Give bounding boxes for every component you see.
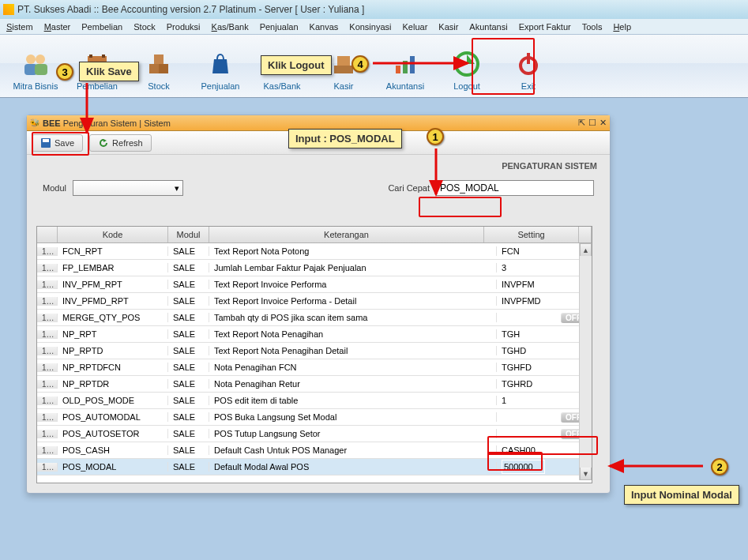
cell-setting[interactable]: 3 xyxy=(497,263,592,272)
table-row[interactable]: 121NP_RPTDRSALENota Penagihan ReturTGHRD xyxy=(37,376,592,393)
cell-modul: SALE xyxy=(168,263,209,272)
cell-modul: SALE xyxy=(168,329,209,339)
modul-select[interactable]: ▾ xyxy=(73,180,183,196)
table-row[interactable]: 115INV_PFM_RPTSALEText Report Invoice Pe… xyxy=(37,276,592,293)
svg-rect-3 xyxy=(35,64,47,75)
cell-setting[interactable]: INVPFM xyxy=(497,280,592,289)
table-row[interactable]: 113FCN_RPTSALEText Report Nota PotongFCN xyxy=(37,243,592,260)
tool-label: Mitra Bisnis xyxy=(13,81,58,91)
col-kode[interactable]: Kode xyxy=(58,227,168,242)
cell-modul: SALE xyxy=(168,429,209,438)
cell-keterangan: Jumlah Lembar Faktur Pajak Penjualan xyxy=(209,263,497,272)
menu-konsinyasi[interactable]: Konsinyasi xyxy=(349,22,391,32)
table-row[interactable]: 117MERGE_QTY_POSSALETambah qty di POS ji… xyxy=(37,310,592,326)
menu-penjualan[interactable]: Penjualan xyxy=(260,22,299,32)
tool-akuntansi[interactable]: Akuntansi xyxy=(374,36,436,96)
table-row[interactable]: 123POS_AUTOMODALSALEPOS Buka Langsung Se… xyxy=(37,409,592,426)
cell-setting[interactable]: FCN xyxy=(497,246,592,256)
row-number: 116 xyxy=(37,297,58,306)
tool-label: Kas/Bank xyxy=(263,81,300,91)
cell-setting[interactable]: OFF xyxy=(497,313,592,323)
table-row[interactable]: 119NP_RPTDSALEText Report Nota Penagihan… xyxy=(37,343,592,359)
cell-modul: SALE xyxy=(168,412,209,422)
setting-value: INVPFM xyxy=(502,280,535,289)
cell-setting[interactable]: TGHRD xyxy=(497,379,592,389)
col-modul[interactable]: Modul xyxy=(168,227,209,242)
table-row[interactable]: 118NP_RPTSALEText Report Nota PenagihanT… xyxy=(37,326,592,343)
menu-akuntansi[interactable]: Akuntansi xyxy=(469,22,507,32)
tool-label: Pembelian xyxy=(77,81,118,91)
cell-setting[interactable]: 1 xyxy=(497,396,592,405)
col-keterangan[interactable]: Keterangan xyxy=(209,227,484,242)
svg-rect-15 xyxy=(403,61,408,73)
cell-modul: SALE xyxy=(168,396,209,405)
tool-label: Stock xyxy=(148,81,170,91)
cell-setting[interactable]: TGHFD xyxy=(497,363,592,372)
cell-kode: POS_CASH xyxy=(58,445,168,455)
cell-kode: NP_RPT xyxy=(58,329,168,339)
cell-keterangan: POS Tutup Langsung Setor xyxy=(209,429,497,438)
cell-setting[interactable]: INVPFMD xyxy=(497,296,592,306)
col-setting[interactable]: Setting xyxy=(484,227,579,242)
bee-small-icon: 🐝 xyxy=(30,118,39,127)
table-row[interactable]: 122OLD_POS_MODESALEPOS edit item di tabl… xyxy=(37,393,592,409)
cell-keterangan: Text Report Nota Penagihan Detail xyxy=(209,346,497,355)
window-detach-icon[interactable]: ⇱ xyxy=(578,118,585,128)
cell-kode: POS_AUTOMODAL xyxy=(58,412,168,422)
chevron-down-icon: ▾ xyxy=(175,183,179,194)
col-index xyxy=(37,227,58,242)
anno-logout-box xyxy=(472,38,535,95)
menu-kasir[interactable]: Kasir xyxy=(438,22,458,32)
menu-stock[interactable]: Stock xyxy=(133,22,156,32)
menu-sistem[interactable]: Sistem xyxy=(6,22,33,32)
cell-setting[interactable]: TGH xyxy=(497,329,592,339)
window-maximize-icon[interactable]: ☐ xyxy=(588,118,596,128)
cell-setting[interactable]: TGHD xyxy=(497,346,592,355)
setting-value: TGHD xyxy=(502,346,526,355)
cell-modul: SALE xyxy=(168,445,209,455)
svg-point-2 xyxy=(36,54,45,64)
table-row[interactable]: 114FP_LEMBARSALEJumlah Lembar Faktur Paj… xyxy=(37,260,592,276)
cell-kode: MERGE_QTY_POS xyxy=(58,313,168,322)
menu-kasbank[interactable]: Kas/Bank xyxy=(212,22,249,32)
setting-value: FCN xyxy=(502,246,520,256)
cell-modul: SALE xyxy=(168,313,209,322)
row-number: 118 xyxy=(37,330,58,339)
refresh-button[interactable]: Refresh xyxy=(89,134,152,152)
menu-help[interactable]: Help xyxy=(613,22,631,32)
cell-keterangan: Text Report Invoice Performa - Detail xyxy=(209,296,497,306)
table-row[interactable]: 120NP_RPTDFCNSALENota Penagihan FCNTGHFD xyxy=(37,359,592,376)
menu-tools[interactable]: Tools xyxy=(582,22,603,32)
menu-exportfaktur[interactable]: Export Faktur xyxy=(519,22,571,32)
cell-keterangan: Nota Penagihan Retur xyxy=(209,379,497,389)
boxes-icon xyxy=(145,50,173,78)
cell-setting[interactable]: OFF xyxy=(497,412,592,423)
anno-cariinput-box xyxy=(419,197,502,217)
row-number: 121 xyxy=(37,380,58,389)
scroll-up-icon[interactable]: ▲ xyxy=(580,243,592,256)
menu-master[interactable]: Master xyxy=(44,22,71,32)
cari-cepat-input[interactable] xyxy=(436,180,594,196)
cari-label: Cari Cepat xyxy=(388,183,430,193)
scroll-down-icon[interactable]: ▼ xyxy=(580,468,592,480)
menu-kanvas[interactable]: Kanvas xyxy=(310,22,339,32)
menu-keluar[interactable]: Keluar xyxy=(403,22,428,32)
svg-rect-12 xyxy=(334,66,353,73)
setting-value: TGHRD xyxy=(502,379,532,389)
menu-produksi[interactable]: Produksi xyxy=(167,22,201,32)
filter-row: Modul ▾ Cari Cepat xyxy=(27,174,610,204)
window-close-icon[interactable]: ✕ xyxy=(600,118,607,128)
app-title: PT. Sukses Abadi :: Bee Accounting versi… xyxy=(17,4,364,15)
cell-kode: POS_MODAL xyxy=(58,462,168,472)
callout-klik-logout: Klik Logout xyxy=(261,55,332,75)
menu-pembelian[interactable]: Pembelian xyxy=(81,22,122,32)
row-number: 117 xyxy=(37,314,58,322)
row-number: 122 xyxy=(37,397,58,405)
cell-keterangan: Nota Penagihan FCN xyxy=(209,363,497,372)
svg-rect-13 xyxy=(337,56,350,66)
row-number: 114 xyxy=(37,264,58,272)
cell-keterangan: Default Cash Untuk POS Manager xyxy=(209,445,497,455)
table-row[interactable]: 116INV_PFMD_RPTSALEText Report Invoice P… xyxy=(37,293,592,310)
row-number: 113 xyxy=(37,247,58,256)
tool-penjualan[interactable]: Penjualan xyxy=(190,36,251,96)
